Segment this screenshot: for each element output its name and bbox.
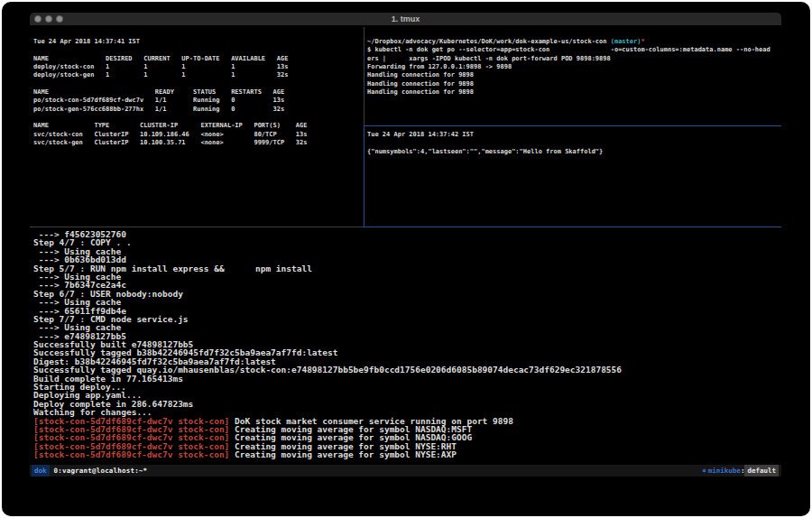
- pane-kubectl-resources[interactable]: Tue 24 Apr 2018 14:37:41 IST NAME DESIRE…: [33, 38, 360, 224]
- pane-divider-horizontal[interactable]: [30, 227, 364, 227]
- terminal-window: 1. tmux Tue 24 Apr 2018 14:37:41 IST NAM…: [30, 13, 781, 478]
- kubernetes-helm-icon: ⎈: [702, 467, 706, 475]
- tmux-session-area: Tue 24 Apr 2018 14:37:41 IST NAME DESIRE…: [30, 25, 781, 476]
- tmux-window-tab[interactable]: 0:vagrant@localhost:~*: [54, 467, 148, 475]
- tmux-session-name: dok: [32, 465, 50, 476]
- tmux-status-bar: dok 0:vagrant@localhost:~* ⎈ minikube : …: [30, 465, 781, 476]
- pane-divider-horizontal-active-top[interactable]: [364, 125, 781, 126]
- pane-port-forward-shell[interactable]: ~/Dropbox/advocacy/Kubernetes/DoK/work/d…: [367, 38, 779, 123]
- status-right: ⎈ minikube : default: [702, 465, 781, 476]
- pane-divider-vertical[interactable]: [364, 27, 364, 125]
- window-title: 1. tmux: [30, 13, 781, 25]
- pane-service-response[interactable]: Tue 24 Apr 2018 14:37:42 IST {"numsymbol…: [367, 131, 779, 224]
- screenshot-root: 1. tmux Tue 24 Apr 2018 14:37:41 IST NAM…: [0, 0, 812, 518]
- desktop-background: 1. tmux Tue 24 Apr 2018 14:37:41 IST NAM…: [2, 2, 810, 516]
- pane-divider-vertical-active[interactable]: [364, 125, 364, 227]
- pane-skaffold-build-log[interactable]: ---> f45623052760Step 4/7 : COPY . . ---…: [33, 230, 777, 463]
- window-titlebar[interactable]: 1. tmux: [30, 13, 781, 26]
- kube-namespace-label: default: [744, 465, 779, 476]
- kube-context-label: minikube: [708, 467, 741, 475]
- pane-divider-horizontal-active-bottom[interactable]: [364, 227, 781, 227]
